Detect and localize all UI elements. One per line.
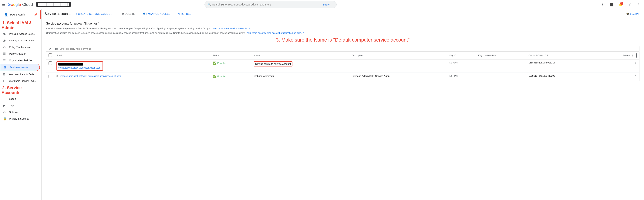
- sidebar-item-label: Tags: [9, 104, 14, 107]
- workload-identity-icon: ⊡: [3, 72, 7, 76]
- sidebar-item-settings[interactable]: ⚙ Settings: [0, 109, 40, 116]
- select-all-checkbox[interactable]: [48, 54, 52, 57]
- workforce-identity-icon: ⊡: [3, 79, 7, 83]
- col-name[interactable]: Name ↑: [252, 52, 349, 60]
- row-2-email-cell: ✉ firebase-adminsdk-jvt2t@lit-demos.iam.…: [56, 74, 208, 78]
- delete-button[interactable]: 🗑 DELETE: [119, 11, 137, 16]
- bookmark-icon[interactable]: ♦: [599, 1, 606, 8]
- filter-label: Filter: [52, 48, 58, 50]
- sidebar-item-principal-access[interactable]: ◉ Principal Access Boun...: [0, 30, 40, 37]
- pin-icon[interactable]: 📌: [34, 13, 37, 16]
- settings-icon: ⚙: [3, 110, 7, 114]
- sidebar-item-label: Policy Analyzer: [9, 52, 26, 55]
- notification-badge: 1: [620, 2, 623, 5]
- policy-analyzer-icon: ☰: [3, 52, 7, 56]
- row-1-key-id: No keys: [447, 60, 476, 73]
- create-service-account-button[interactable]: + CREATE SERVICE ACCOUNT: [74, 11, 116, 16]
- sidebar-item-label: Identity & Organization: [9, 39, 34, 42]
- iam-icon: 👤: [4, 12, 8, 16]
- row-2-key-date: [476, 73, 526, 81]
- sidebar-item-workforce-identity[interactable]: ⊡ Workforce Identity Fed...: [0, 78, 40, 84]
- row-1-actions-button[interactable]: ⋮: [634, 62, 637, 65]
- principal-access-icon: ◉: [3, 32, 7, 36]
- sidebar-item-privacy-security[interactable]: 🔒 Privacy & Security: [0, 116, 40, 122]
- learn-more-link-2[interactable]: Learn more about service account organiz…: [246, 32, 304, 34]
- sidebar-item-service-accounts[interactable]: ⊡ Service Accounts: [0, 64, 40, 71]
- annotation-service-accounts: 2. Service Accounts: [0, 85, 41, 96]
- row-2-status: ✅ Enabled: [213, 74, 249, 78]
- table-row: ✉ firebase-adminsdk-jvt2t@lit-demos.iam.…: [46, 73, 639, 81]
- sidebar-header-title: IAM & Admin: [10, 13, 26, 16]
- page-title: Service accounts: [44, 12, 70, 16]
- labels-icon: ⋮: [3, 97, 7, 101]
- row-2-name: firebase-adminsdk: [252, 73, 349, 81]
- sidebar-item-label: Policy Troubleshooter: [9, 46, 33, 48]
- sidebar-item-policy-troubleshooter[interactable]: ⚙ Policy Troubleshooter: [0, 44, 40, 50]
- col-actions: Actions ? ▐: [596, 52, 639, 60]
- main-content: Service accounts + CREATE SERVICE ACCOUN…: [42, 9, 644, 200]
- notification-icon[interactable]: 🔔 1: [617, 1, 624, 8]
- project-selector[interactable]: ██████████████████: [36, 2, 71, 6]
- filter-icon: ⚙: [48, 47, 51, 50]
- row-2-key-id: No keys: [447, 73, 476, 81]
- tags-icon: ▶: [3, 104, 7, 107]
- org-policies-icon: ☰: [3, 58, 7, 62]
- row-2-oauth: 100851672481273449290: [526, 73, 596, 81]
- more-options-icon[interactable]: ⋮: [635, 1, 642, 8]
- filter-input[interactable]: [60, 48, 637, 50]
- search-icon-inline: 🔍: [208, 3, 211, 6]
- sidebar-item-label: Service Accounts: [10, 66, 28, 69]
- learn-button[interactable]: 🎓 LEARN: [624, 11, 641, 16]
- terminal-icon[interactable]: ⬛: [608, 1, 615, 8]
- annotation-name: 3. Make sure the Name is "Default comput…: [46, 37, 640, 43]
- col-email: Email: [54, 52, 210, 60]
- column-view-icon[interactable]: ▐: [634, 54, 637, 58]
- service-accounts-annotation-border: ⊡ Service Accounts: [0, 64, 40, 71]
- email-icon: ✉: [56, 75, 58, 78]
- help-icon[interactable]: ?: [626, 1, 634, 8]
- manage-access-button[interactable]: 👤+ MANAGE ACCESS: [140, 11, 173, 16]
- topbar-right: ♦ ⬛ 🔔 1 ? ⋮: [599, 1, 642, 8]
- row-1-oauth: 115866582981045918214: [526, 60, 596, 73]
- content-area: Service accounts for project "lit-demos"…: [42, 19, 644, 200]
- annotation-select-iam: 1. Select IAM & Admin: [0, 20, 41, 30]
- col-key-id: Key ID: [447, 52, 476, 60]
- identity-org-icon: ◉: [3, 39, 7, 42]
- sidebar-item-identity-organization[interactable]: ◉ Identity & Organization: [0, 37, 40, 44]
- sidebar-item-label: Privacy & Security: [9, 117, 29, 120]
- search-button[interactable]: Search: [320, 2, 333, 7]
- row-2-checkbox[interactable]: [48, 74, 52, 78]
- sidebar-item-policy-analyzer[interactable]: ☰ Policy Analyzer: [0, 50, 40, 57]
- table-row: compute@developer.gserviceaccount.com ✅ …: [46, 60, 639, 73]
- service-accounts-table: Email Status Name ↑ Description Key ID K…: [46, 52, 640, 81]
- col-description: Description: [349, 52, 447, 60]
- learn-more-link-1[interactable]: Learn more about service accounts. ↗: [212, 27, 250, 30]
- col-oauth: OAuth 2 Client ID ?: [526, 52, 596, 60]
- sidebar-header[interactable]: 👤 IAM & Admin 📌: [1, 10, 40, 19]
- secondary-toolbar: Service accounts + CREATE SERVICE ACCOUN…: [42, 9, 644, 19]
- sidebar-item-tags[interactable]: ▶ Tags: [0, 102, 40, 109]
- row-1-email-link[interactable]: compute@developer.gserviceaccount.com: [58, 66, 101, 69]
- sidebar-item-label: Principal Access Boun...: [9, 32, 35, 35]
- sidebar-item-organization-policies[interactable]: ☰ Organization Policies: [0, 57, 40, 64]
- table-help-icon[interactable]: ?: [632, 54, 633, 57]
- col-key-creation-date: Key creation date: [476, 52, 526, 60]
- row-2-email-link[interactable]: firebase-adminsdk-jvt2t@lit-demos.iam.gs…: [60, 75, 121, 78]
- sidebar-item-label: Labels: [9, 98, 16, 100]
- sidebar-item-label: Organization Policies: [9, 59, 32, 62]
- row-1-email-cell: compute@developer.gserviceaccount.com: [56, 62, 103, 71]
- row-2-actions-button[interactable]: ⋮: [634, 75, 637, 78]
- layout: 👤 IAM & Admin 📌 1. Select IAM & Admin ◉ …: [0, 9, 644, 200]
- menu-icon[interactable]: ☰: [2, 2, 6, 7]
- search-bar: 🔍 Search: [204, 1, 337, 8]
- row-1-key-date: [476, 60, 526, 73]
- status-check-icon: ✅: [213, 62, 216, 65]
- refresh-button[interactable]: ↻ REFRESH: [176, 11, 196, 16]
- row-1-status: ✅ Enabled: [213, 62, 249, 65]
- search-input[interactable]: [212, 3, 320, 6]
- description-1: A service account represents a Google Cl…: [46, 27, 640, 30]
- sidebar-item-labels[interactable]: ⋮ Labels: [0, 96, 40, 102]
- col-status: Status: [210, 52, 252, 60]
- sidebar-item-workload-identity[interactable]: ⊡ Workload Identity Fede...: [0, 71, 40, 78]
- row-1-checkbox[interactable]: [48, 62, 52, 65]
